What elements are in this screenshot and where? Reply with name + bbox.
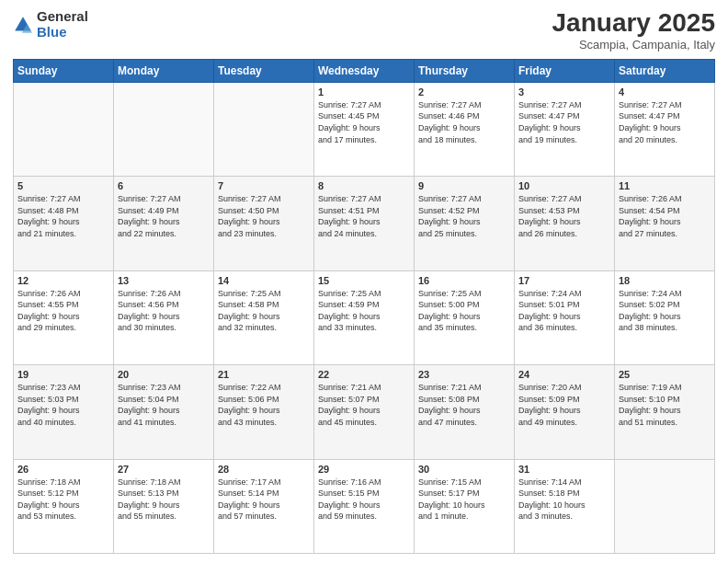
day-number: 7 (218, 180, 310, 191)
day-number: 27 (118, 464, 210, 475)
day-info: Sunrise: 7:27 AM Sunset: 4:45 PM Dayligh… (318, 99, 410, 145)
day-info: Sunrise: 7:23 AM Sunset: 5:03 PM Dayligh… (17, 382, 109, 428)
calendar-empty-cell (214, 82, 314, 176)
day-info: Sunrise: 7:27 AM Sunset: 4:47 PM Dayligh… (619, 99, 711, 145)
day-number: 6 (118, 180, 210, 191)
calendar-day-31: 31Sunrise: 7:14 AM Sunset: 5:18 PM Dayli… (515, 459, 615, 553)
calendar-day-9: 9Sunrise: 7:27 AM Sunset: 4:52 PM Daylig… (415, 177, 515, 270)
day-number: 19 (17, 369, 109, 380)
calendar-empty-cell (615, 459, 715, 553)
calendar-week-3: 12Sunrise: 7:26 AM Sunset: 4:55 PM Dayli… (14, 270, 715, 364)
day-info: Sunrise: 7:26 AM Sunset: 4:56 PM Dayligh… (118, 288, 210, 334)
calendar-day-3: 3Sunrise: 7:27 AM Sunset: 4:47 PM Daylig… (515, 82, 615, 176)
day-info: Sunrise: 7:22 AM Sunset: 5:06 PM Dayligh… (218, 382, 310, 428)
day-number: 10 (518, 180, 610, 191)
calendar-day-17: 17Sunrise: 7:24 AM Sunset: 5:01 PM Dayli… (515, 270, 615, 364)
calendar-day-25: 25Sunrise: 7:19 AM Sunset: 5:10 PM Dayli… (615, 365, 715, 459)
month-title: January 2025 (552, 9, 715, 38)
logo: General Blue (13, 9, 88, 40)
day-info: Sunrise: 7:16 AM Sunset: 5:15 PM Dayligh… (318, 477, 410, 523)
day-info: Sunrise: 7:25 AM Sunset: 4:58 PM Dayligh… (218, 288, 310, 334)
day-info: Sunrise: 7:23 AM Sunset: 5:04 PM Dayligh… (118, 382, 210, 428)
day-info: Sunrise: 7:18 AM Sunset: 5:12 PM Dayligh… (17, 477, 109, 523)
day-number: 5 (17, 180, 109, 191)
day-header-friday: Friday (515, 59, 615, 82)
calendar-week-4: 19Sunrise: 7:23 AM Sunset: 5:03 PM Dayli… (14, 365, 715, 459)
day-info: Sunrise: 7:26 AM Sunset: 4:54 PM Dayligh… (619, 193, 711, 239)
calendar-day-26: 26Sunrise: 7:18 AM Sunset: 5:12 PM Dayli… (14, 459, 114, 553)
calendar-day-19: 19Sunrise: 7:23 AM Sunset: 5:03 PM Dayli… (14, 365, 114, 459)
day-header-saturday: Saturday (615, 59, 715, 82)
calendar-day-18: 18Sunrise: 7:24 AM Sunset: 5:02 PM Dayli… (615, 270, 715, 364)
day-number: 21 (218, 369, 310, 380)
calendar-day-27: 27Sunrise: 7:18 AM Sunset: 5:13 PM Dayli… (114, 459, 214, 553)
calendar-week-5: 26Sunrise: 7:18 AM Sunset: 5:12 PM Dayli… (14, 459, 715, 553)
calendar-empty-cell (14, 82, 114, 176)
day-number: 30 (418, 464, 510, 475)
day-header-tuesday: Tuesday (214, 59, 314, 82)
calendar-day-1: 1Sunrise: 7:27 AM Sunset: 4:45 PM Daylig… (314, 82, 415, 176)
day-header-wednesday: Wednesday (314, 59, 415, 82)
day-info: Sunrise: 7:25 AM Sunset: 4:59 PM Dayligh… (318, 288, 410, 334)
day-number: 14 (218, 275, 310, 286)
day-info: Sunrise: 7:14 AM Sunset: 5:18 PM Dayligh… (518, 477, 610, 523)
day-number: 16 (418, 275, 510, 286)
day-number: 15 (318, 275, 410, 286)
calendar-day-29: 29Sunrise: 7:16 AM Sunset: 5:15 PM Dayli… (314, 459, 415, 553)
day-number: 3 (518, 86, 610, 98)
day-number: 29 (318, 464, 410, 475)
day-info: Sunrise: 7:21 AM Sunset: 5:07 PM Dayligh… (318, 382, 410, 428)
day-number: 23 (418, 369, 510, 380)
calendar-day-5: 5Sunrise: 7:27 AM Sunset: 4:48 PM Daylig… (14, 177, 114, 270)
calendar-day-21: 21Sunrise: 7:22 AM Sunset: 5:06 PM Dayli… (214, 365, 314, 459)
day-number: 31 (518, 464, 610, 475)
calendar-week-2: 5Sunrise: 7:27 AM Sunset: 4:48 PM Daylig… (14, 177, 715, 270)
day-info: Sunrise: 7:27 AM Sunset: 4:52 PM Dayligh… (418, 193, 510, 239)
calendar-day-13: 13Sunrise: 7:26 AM Sunset: 4:56 PM Dayli… (114, 270, 214, 364)
day-info: Sunrise: 7:27 AM Sunset: 4:47 PM Dayligh… (518, 99, 610, 145)
day-number: 2 (418, 86, 510, 98)
day-info: Sunrise: 7:19 AM Sunset: 5:10 PM Dayligh… (619, 382, 711, 428)
day-number: 20 (118, 369, 210, 380)
day-info: Sunrise: 7:27 AM Sunset: 4:46 PM Dayligh… (418, 99, 510, 145)
calendar-day-20: 20Sunrise: 7:23 AM Sunset: 5:04 PM Dayli… (114, 365, 214, 459)
day-number: 1 (318, 86, 410, 98)
day-number: 17 (518, 275, 610, 286)
title-block: January 2025 Scampia, Campania, Italy (552, 9, 715, 52)
day-number: 8 (318, 180, 410, 191)
day-info: Sunrise: 7:27 AM Sunset: 4:51 PM Dayligh… (318, 193, 410, 239)
day-header-sunday: Sunday (14, 59, 114, 82)
day-info: Sunrise: 7:27 AM Sunset: 4:50 PM Dayligh… (218, 193, 310, 239)
calendar-empty-cell (114, 82, 214, 176)
day-number: 4 (619, 86, 711, 98)
day-info: Sunrise: 7:27 AM Sunset: 4:53 PM Dayligh… (518, 193, 610, 239)
day-header-thursday: Thursday (415, 59, 515, 82)
day-info: Sunrise: 7:24 AM Sunset: 5:01 PM Dayligh… (518, 288, 610, 334)
day-info: Sunrise: 7:26 AM Sunset: 4:55 PM Dayligh… (17, 288, 109, 334)
day-info: Sunrise: 7:27 AM Sunset: 4:49 PM Dayligh… (118, 193, 210, 239)
calendar-day-8: 8Sunrise: 7:27 AM Sunset: 4:51 PM Daylig… (314, 177, 415, 270)
day-number: 22 (318, 369, 410, 380)
day-info: Sunrise: 7:21 AM Sunset: 5:08 PM Dayligh… (418, 382, 510, 428)
calendar-day-23: 23Sunrise: 7:21 AM Sunset: 5:08 PM Dayli… (415, 365, 515, 459)
day-number: 24 (518, 369, 610, 380)
day-info: Sunrise: 7:25 AM Sunset: 5:00 PM Dayligh… (418, 288, 510, 334)
day-number: 9 (418, 180, 510, 191)
calendar-day-4: 4Sunrise: 7:27 AM Sunset: 4:47 PM Daylig… (615, 82, 715, 176)
calendar-day-6: 6Sunrise: 7:27 AM Sunset: 4:49 PM Daylig… (114, 177, 214, 270)
page: General Blue January 2025 Scampia, Campa… (0, 0, 728, 563)
calendar-day-12: 12Sunrise: 7:26 AM Sunset: 4:55 PM Dayli… (14, 270, 114, 364)
header: General Blue January 2025 Scampia, Campa… (13, 9, 715, 52)
day-number: 11 (619, 180, 711, 191)
calendar-day-16: 16Sunrise: 7:25 AM Sunset: 5:00 PM Dayli… (415, 270, 515, 364)
calendar-day-15: 15Sunrise: 7:25 AM Sunset: 4:59 PM Dayli… (314, 270, 415, 364)
calendar-day-7: 7Sunrise: 7:27 AM Sunset: 4:50 PM Daylig… (214, 177, 314, 270)
day-info: Sunrise: 7:18 AM Sunset: 5:13 PM Dayligh… (118, 477, 210, 523)
calendar-day-10: 10Sunrise: 7:27 AM Sunset: 4:53 PM Dayli… (515, 177, 615, 270)
logo-blue: Blue (37, 25, 88, 40)
day-info: Sunrise: 7:24 AM Sunset: 5:02 PM Dayligh… (619, 288, 711, 334)
location-subtitle: Scampia, Campania, Italy (552, 38, 715, 52)
day-number: 13 (118, 275, 210, 286)
day-number: 26 (17, 464, 109, 475)
logo-icon (13, 15, 33, 35)
